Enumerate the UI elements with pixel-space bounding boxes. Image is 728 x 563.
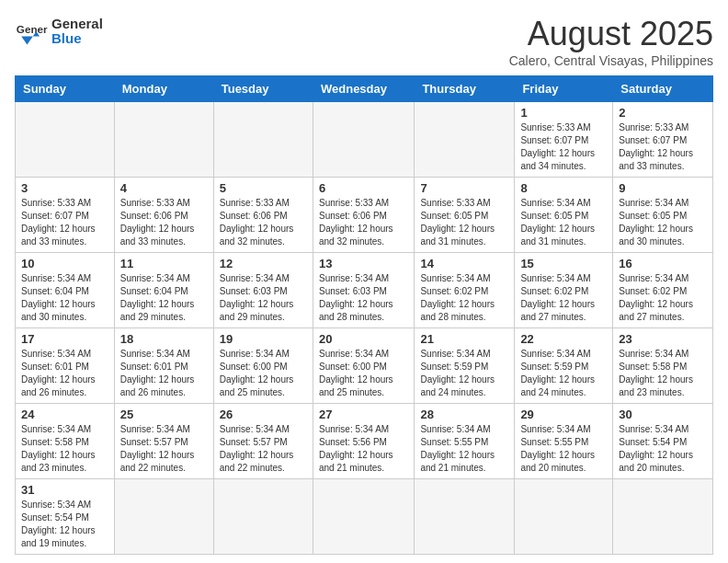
day-info: Sunrise: 5:34 AM Sunset: 6:03 PM Dayligh… (220, 272, 307, 324)
calendar-cell: 27Sunrise: 5:34 AM Sunset: 5:56 PM Dayli… (313, 404, 414, 479)
month-title: August 2025 (509, 15, 713, 53)
day-number: 14 (420, 257, 508, 270)
weekday-header-thursday: Thursday (415, 76, 515, 102)
calendar-cell: 20Sunrise: 5:34 AM Sunset: 6:00 PM Dayli… (313, 328, 414, 404)
logo-general: General (51, 17, 103, 32)
day-number: 23 (619, 332, 707, 346)
calendar-cell (313, 102, 414, 178)
calendar-cell: 6Sunrise: 5:33 AM Sunset: 6:06 PM Daylig… (313, 178, 414, 253)
logo-blue: Blue (51, 31, 103, 47)
calendar-week-row: 10Sunrise: 5:34 AM Sunset: 6:04 PM Dayli… (16, 253, 713, 328)
day-info: Sunrise: 5:34 AM Sunset: 5:58 PM Dayligh… (21, 423, 108, 475)
day-info: Sunrise: 5:34 AM Sunset: 5:57 PM Dayligh… (120, 423, 208, 475)
day-number: 5 (220, 181, 307, 195)
day-info: Sunrise: 5:34 AM Sunset: 5:55 PM Dayligh… (420, 423, 508, 475)
day-info: Sunrise: 5:34 AM Sunset: 6:05 PM Dayligh… (520, 197, 607, 248)
calendar-cell: 13Sunrise: 5:34 AM Sunset: 6:03 PM Dayli… (313, 253, 414, 328)
calendar-cell (515, 479, 613, 555)
calendar-cell: 24Sunrise: 5:34 AM Sunset: 5:58 PM Dayli… (16, 404, 115, 479)
day-number: 16 (619, 257, 707, 270)
calendar-cell: 8Sunrise: 5:34 AM Sunset: 6:05 PM Daylig… (515, 178, 613, 253)
header: General General Blue August 2025 Calero,… (15, 15, 713, 68)
calendar-cell: 16Sunrise: 5:34 AM Sunset: 6:02 PM Dayli… (613, 253, 713, 328)
day-info: Sunrise: 5:34 AM Sunset: 5:57 PM Dayligh… (220, 423, 307, 475)
day-number: 19 (220, 332, 307, 346)
day-info: Sunrise: 5:34 AM Sunset: 6:01 PM Dayligh… (120, 348, 208, 399)
day-info: Sunrise: 5:34 AM Sunset: 5:56 PM Dayligh… (319, 423, 408, 475)
calendar-cell: 19Sunrise: 5:34 AM Sunset: 6:00 PM Dayli… (213, 328, 313, 404)
calendar-week-row: 3Sunrise: 5:33 AM Sunset: 6:07 PM Daylig… (16, 178, 713, 253)
calendar-cell (313, 479, 414, 555)
location-title: Calero, Central Visayas, Philippines (509, 53, 713, 68)
day-number: 15 (520, 257, 607, 270)
calendar-cell (213, 102, 313, 178)
day-number: 8 (520, 181, 607, 195)
weekday-header-sunday: Sunday (16, 76, 115, 102)
calendar-cell: 30Sunrise: 5:34 AM Sunset: 5:54 PM Dayli… (613, 404, 713, 479)
calendar-cell: 31Sunrise: 5:34 AM Sunset: 5:54 PM Dayli… (16, 479, 115, 555)
day-number: 25 (120, 408, 208, 421)
day-number: 20 (319, 332, 408, 346)
day-number: 12 (220, 257, 307, 270)
weekday-header-saturday: Saturday (613, 76, 713, 102)
calendar-week-row: 24Sunrise: 5:34 AM Sunset: 5:58 PM Dayli… (16, 404, 713, 479)
day-info: Sunrise: 5:34 AM Sunset: 6:00 PM Dayligh… (220, 348, 307, 399)
day-info: Sunrise: 5:34 AM Sunset: 5:58 PM Dayligh… (619, 348, 707, 399)
day-number: 17 (21, 332, 108, 346)
day-number: 28 (420, 408, 508, 421)
day-info: Sunrise: 5:34 AM Sunset: 5:54 PM Dayligh… (619, 423, 707, 475)
calendar-cell: 7Sunrise: 5:33 AM Sunset: 6:05 PM Daylig… (415, 178, 515, 253)
calendar-cell: 11Sunrise: 5:34 AM Sunset: 6:04 PM Dayli… (114, 253, 213, 328)
logo: General General Blue (15, 15, 103, 48)
weekday-header-row: SundayMondayTuesdayWednesdayThursdayFrid… (16, 76, 713, 102)
day-info: Sunrise: 5:34 AM Sunset: 5:59 PM Dayligh… (420, 348, 508, 399)
day-number: 4 (120, 181, 208, 195)
calendar-cell: 5Sunrise: 5:33 AM Sunset: 6:06 PM Daylig… (213, 178, 313, 253)
calendar-cell: 3Sunrise: 5:33 AM Sunset: 6:07 PM Daylig… (16, 178, 115, 253)
day-number: 29 (520, 408, 607, 421)
title-area: August 2025 Calero, Central Visayas, Phi… (509, 15, 713, 68)
day-info: Sunrise: 5:33 AM Sunset: 6:06 PM Dayligh… (220, 197, 307, 248)
day-info: Sunrise: 5:33 AM Sunset: 6:05 PM Dayligh… (420, 197, 508, 248)
day-info: Sunrise: 5:34 AM Sunset: 6:02 PM Dayligh… (619, 272, 707, 324)
calendar-cell: 9Sunrise: 5:34 AM Sunset: 6:05 PM Daylig… (613, 178, 713, 253)
day-info: Sunrise: 5:34 AM Sunset: 6:05 PM Dayligh… (619, 197, 707, 248)
calendar-cell (415, 102, 515, 178)
day-number: 30 (619, 408, 707, 421)
calendar-cell (213, 479, 313, 555)
calendar-week-row: 1Sunrise: 5:33 AM Sunset: 6:07 PM Daylig… (16, 102, 713, 178)
day-number: 9 (619, 181, 707, 195)
weekday-header-wednesday: Wednesday (313, 76, 414, 102)
calendar-cell: 17Sunrise: 5:34 AM Sunset: 6:01 PM Dayli… (16, 328, 115, 404)
calendar-cell (16, 102, 115, 178)
day-number: 27 (319, 408, 408, 421)
day-number: 10 (21, 257, 108, 270)
calendar-cell (613, 479, 713, 555)
calendar-cell: 22Sunrise: 5:34 AM Sunset: 5:59 PM Dayli… (515, 328, 613, 404)
day-info: Sunrise: 5:34 AM Sunset: 5:55 PM Dayligh… (520, 423, 607, 475)
calendar-cell (415, 479, 515, 555)
generalblue-logo-icon: General (15, 15, 48, 48)
day-info: Sunrise: 5:34 AM Sunset: 5:59 PM Dayligh… (520, 348, 607, 399)
day-info: Sunrise: 5:33 AM Sunset: 6:06 PM Dayligh… (120, 197, 208, 248)
calendar-cell: 12Sunrise: 5:34 AM Sunset: 6:03 PM Dayli… (213, 253, 313, 328)
calendar-cell: 28Sunrise: 5:34 AM Sunset: 5:55 PM Dayli… (415, 404, 515, 479)
day-number: 18 (120, 332, 208, 346)
calendar-cell: 23Sunrise: 5:34 AM Sunset: 5:58 PM Dayli… (613, 328, 713, 404)
calendar-cell: 25Sunrise: 5:34 AM Sunset: 5:57 PM Dayli… (114, 404, 213, 479)
day-info: Sunrise: 5:33 AM Sunset: 6:06 PM Dayligh… (319, 197, 408, 248)
day-number: 26 (220, 408, 307, 421)
day-info: Sunrise: 5:33 AM Sunset: 6:07 PM Dayligh… (619, 121, 707, 173)
day-number: 3 (21, 181, 108, 195)
calendar-cell: 4Sunrise: 5:33 AM Sunset: 6:06 PM Daylig… (114, 178, 213, 253)
day-number: 7 (420, 181, 508, 195)
day-number: 21 (420, 332, 508, 346)
calendar-cell: 14Sunrise: 5:34 AM Sunset: 6:02 PM Dayli… (415, 253, 515, 328)
calendar-cell: 29Sunrise: 5:34 AM Sunset: 5:55 PM Dayli… (515, 404, 613, 479)
weekday-header-tuesday: Tuesday (213, 76, 313, 102)
calendar-cell (114, 102, 213, 178)
day-info: Sunrise: 5:33 AM Sunset: 6:07 PM Dayligh… (21, 197, 108, 248)
calendar-week-row: 17Sunrise: 5:34 AM Sunset: 6:01 PM Dayli… (16, 328, 713, 404)
day-number: 13 (319, 257, 408, 270)
day-number: 31 (21, 483, 108, 497)
